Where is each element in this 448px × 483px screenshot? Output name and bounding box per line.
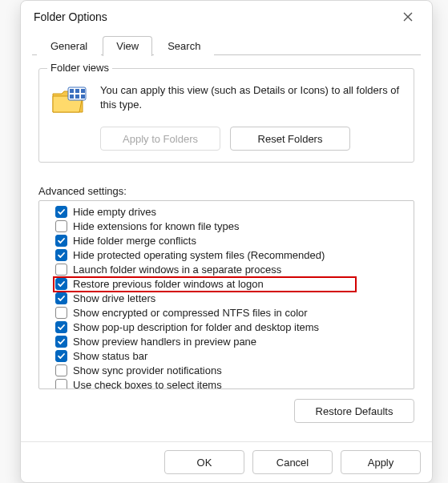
checkbox[interactable] — [55, 292, 67, 304]
advanced-settings-box: Hide empty drivesHide extensions for kno… — [38, 200, 414, 389]
svg-rect-6 — [75, 89, 79, 93]
ok-button[interactable]: OK — [164, 450, 244, 474]
advanced-item-label: Show preview handlers in preview pane — [73, 336, 256, 348]
checkbox[interactable] — [55, 364, 67, 376]
folder-views-group: Folder views — [38, 68, 414, 163]
advanced-item[interactable]: Show sync provider notifications — [55, 363, 407, 377]
window-title: Folder Options — [34, 10, 107, 23]
folder-views-text: You can apply this view (such as Details… — [100, 83, 402, 111]
advanced-item[interactable]: Show preview handlers in preview pane — [55, 334, 407, 348]
advanced-item-label: Restore previous folder windows at logon — [73, 278, 264, 290]
advanced-item[interactable]: Hide protected operating system files (R… — [55, 248, 407, 262]
svg-rect-8 — [70, 95, 74, 99]
tab-view[interactable]: View — [103, 36, 152, 56]
apply-button[interactable]: Apply — [341, 450, 421, 474]
advanced-item-label: Hide folder merge conflicts — [73, 235, 196, 247]
restore-defaults-button[interactable]: Restore Defaults — [294, 399, 414, 423]
checkbox[interactable] — [55, 278, 67, 290]
advanced-item-label: Show status bar — [73, 350, 147, 362]
advanced-item[interactable]: Show encrypted or compressed NTFS files … — [55, 305, 407, 320]
tabstrip: General View Search — [32, 33, 421, 55]
svg-rect-7 — [81, 89, 85, 93]
advanced-item-label: Show drive letters — [73, 292, 155, 304]
advanced-item[interactable]: Hide empty drives — [55, 204, 407, 219]
advanced-item-label: Hide empty drives — [73, 206, 156, 218]
tab-search[interactable]: Search — [154, 36, 214, 55]
folder-views-icon — [50, 85, 89, 117]
checkbox[interactable] — [55, 206, 67, 218]
svg-rect-5 — [70, 89, 74, 93]
dialog-footer: OK Cancel Apply — [21, 441, 432, 482]
advanced-item[interactable]: Show pop-up description for folder and d… — [55, 320, 407, 334]
checkbox[interactable] — [55, 220, 67, 232]
checkbox[interactable] — [55, 379, 67, 389]
close-button[interactable] — [397, 6, 419, 28]
advanced-item[interactable]: Hide folder merge conflicts — [55, 233, 407, 248]
advanced-item[interactable]: Show drive letters — [55, 291, 407, 305]
svg-rect-9 — [75, 95, 79, 99]
apply-to-folders-button[interactable]: Apply to Folders — [100, 127, 220, 151]
advanced-item[interactable]: Use check boxes to select items — [55, 377, 407, 388]
checkbox[interactable] — [55, 249, 67, 261]
tab-general[interactable]: General — [37, 36, 101, 55]
advanced-item-label: Launch folder windows in a separate proc… — [73, 264, 281, 276]
checkbox[interactable] — [55, 336, 67, 348]
advanced-item-label: Show encrypted or compressed NTFS files … — [73, 307, 308, 319]
checkbox[interactable] — [55, 235, 67, 247]
checkbox[interactable] — [55, 321, 67, 333]
advanced-settings-label: Advanced settings: — [38, 185, 414, 197]
svg-rect-10 — [81, 95, 85, 99]
cancel-button[interactable]: Cancel — [252, 450, 333, 474]
advanced-settings-list[interactable]: Hide empty drivesHide extensions for kno… — [39, 201, 414, 388]
checkbox[interactable] — [55, 350, 67, 362]
checkbox[interactable] — [55, 307, 67, 319]
advanced-item-label: Show sync provider notifications — [73, 364, 222, 376]
checkbox[interactable] — [55, 264, 67, 276]
advanced-item[interactable]: Launch folder windows in a separate proc… — [55, 262, 407, 276]
advanced-item[interactable]: Show status bar — [55, 348, 407, 363]
advanced-item-label: Hide protected operating system files (R… — [73, 249, 325, 261]
folder-options-dialog: Folder Options General View Search Folde… — [20, 0, 433, 483]
titlebar: Folder Options — [21, 1, 432, 33]
advanced-item-label: Hide extensions for known file types — [73, 220, 239, 232]
advanced-item-label: Show pop-up description for folder and d… — [73, 321, 319, 333]
advanced-item[interactable]: Hide extensions for known file types — [55, 219, 407, 233]
reset-folders-button[interactable]: Reset Folders — [230, 127, 350, 151]
close-icon — [403, 12, 413, 22]
folder-views-legend: Folder views — [47, 62, 112, 74]
advanced-item[interactable]: Restore previous folder windows at logon — [55, 276, 407, 291]
advanced-item-label: Use check boxes to select items — [73, 379, 222, 389]
